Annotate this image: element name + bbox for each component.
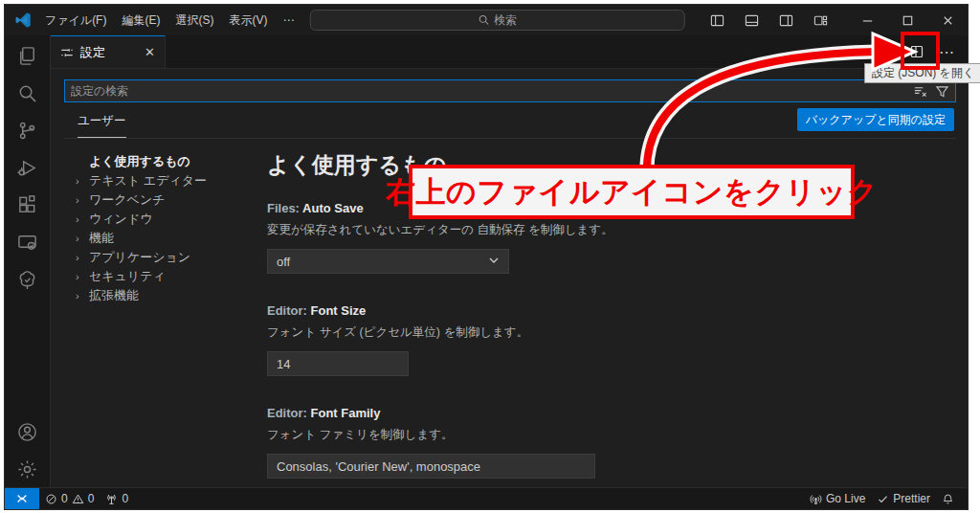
toc-item-application[interactable]: ›アプリケーション bbox=[76, 248, 254, 267]
vscode-window: ファイル(F) 編集(E) 選択(S) 表示(V) ⋯ 検索 bbox=[4, 4, 969, 510]
setting-name: Auto Save bbox=[302, 201, 364, 215]
toc-item-commonly-used[interactable]: よく使用するもの bbox=[76, 152, 254, 171]
menu-view[interactable]: 表示(V) bbox=[221, 10, 275, 31]
annotation-highlight-frame bbox=[901, 32, 940, 70]
setting-label: Editor: Font Family bbox=[267, 406, 948, 420]
search-sidebar-icon[interactable] bbox=[15, 80, 40, 105]
toc-item-window[interactable]: ›ウィンドウ bbox=[76, 210, 254, 229]
ports-count: 0 bbox=[122, 492, 128, 505]
menu-file[interactable]: ファイル(F) bbox=[37, 10, 114, 31]
toc-label: 機能 bbox=[89, 230, 114, 247]
status-bar-right: Go Live Prettier bbox=[804, 488, 968, 509]
command-center-search[interactable]: 検索 bbox=[310, 10, 685, 31]
settings-search-bar bbox=[64, 79, 956, 102]
title-bar: ファイル(F) 編集(E) 選択(S) 表示(V) ⋯ 検索 bbox=[5, 5, 968, 35]
remote-icon bbox=[15, 492, 29, 505]
bell-icon bbox=[942, 493, 954, 505]
toc-label: アプリケーション bbox=[89, 249, 190, 266]
toc-label: ワークベンチ bbox=[89, 191, 166, 209]
vscode-logo-icon bbox=[14, 11, 32, 29]
source-control-icon[interactable] bbox=[15, 118, 40, 143]
setting-description: フォント ファミリを制御します。 bbox=[267, 427, 948, 443]
setting-editor-font-size: Editor: Font Size フォント サイズ (ピクセル単位) を制御し… bbox=[267, 303, 948, 376]
tree-check-icon[interactable] bbox=[15, 267, 40, 292]
toc-item-text-editor[interactable]: ›テキスト エディター bbox=[76, 171, 254, 190]
ports-indicator[interactable]: 0 bbox=[100, 488, 134, 509]
chevron-right-icon: › bbox=[76, 194, 85, 206]
search-icon bbox=[478, 14, 489, 26]
chevron-right-icon: › bbox=[76, 175, 85, 187]
problems-indicator[interactable]: 0 0 bbox=[39, 488, 100, 509]
customize-layout-icon[interactable] bbox=[807, 7, 834, 33]
account-icon[interactable] bbox=[15, 419, 40, 444]
broadcast-tower-icon bbox=[105, 493, 118, 505]
settings-search-icons bbox=[913, 84, 949, 99]
menu-overflow[interactable]: ⋯ bbox=[275, 10, 301, 31]
tab-label: 設定 bbox=[80, 44, 105, 61]
prettier-label: Prettier bbox=[893, 492, 930, 505]
remote-indicator[interactable] bbox=[5, 488, 39, 509]
font-size-input[interactable]: 14 bbox=[267, 351, 409, 376]
main-row: 設定 ✕ ⋯ bbox=[5, 35, 968, 487]
editor-column: 設定 ✕ ⋯ bbox=[51, 35, 968, 487]
setting-label: Editor: Font Size bbox=[267, 303, 948, 318]
toggle-panel-icon[interactable] bbox=[738, 7, 765, 33]
settings-gear-icon[interactable] bbox=[15, 457, 40, 481]
go-live-icon bbox=[810, 493, 822, 505]
setting-category: Editor: bbox=[267, 303, 307, 318]
auto-save-select[interactable]: off bbox=[267, 249, 509, 274]
setting-category: Files: bbox=[267, 201, 300, 215]
explorer-icon[interactable] bbox=[15, 43, 40, 68]
toc-item-workbench[interactable]: ›ワークベンチ bbox=[76, 190, 254, 210]
toggle-secondary-sidebar-icon[interactable] bbox=[772, 7, 799, 33]
toc-label: よく使用するもの bbox=[89, 153, 190, 170]
menu-selection[interactable]: 選択(S) bbox=[167, 10, 221, 31]
backup-sync-button[interactable]: バックアップと同期の設定 bbox=[797, 108, 954, 131]
chevron-right-icon: › bbox=[76, 271, 85, 282]
screenshot-stage: ファイル(F) 編集(E) 選択(S) 表示(V) ⋯ 検索 bbox=[0, 0, 980, 513]
toc-label: テキスト エディター bbox=[89, 172, 207, 190]
toc-item-features[interactable]: ›機能 bbox=[76, 229, 254, 248]
status-bar: 0 0 0 Go Live Prettier bbox=[5, 487, 968, 509]
tab-close-icon[interactable]: ✕ bbox=[145, 45, 155, 59]
menu-edit[interactable]: 編集(E) bbox=[114, 10, 167, 31]
layout-controls bbox=[703, 7, 834, 33]
check-icon bbox=[877, 493, 889, 505]
auto-save-value: off bbox=[277, 255, 290, 269]
chevron-down-icon bbox=[488, 255, 500, 269]
toc-item-security[interactable]: ›セキュリティ bbox=[76, 267, 254, 286]
prettier-button[interactable]: Prettier bbox=[871, 488, 936, 509]
chevron-right-icon: › bbox=[76, 252, 85, 263]
settings-search-input[interactable] bbox=[71, 84, 913, 98]
chevron-right-icon: › bbox=[76, 233, 85, 244]
font-family-input[interactable]: Consolas, 'Courier New', monospace bbox=[267, 454, 595, 479]
setting-editor-font-family: Editor: Font Family フォント ファミリを制御します。 Con… bbox=[267, 406, 948, 479]
setting-description: フォント サイズ (ピクセル単位) を制御します。 bbox=[267, 324, 948, 341]
tab-settings[interactable]: 設定 ✕ bbox=[51, 35, 166, 68]
toc-item-extensions[interactable]: ›拡張機能 bbox=[76, 286, 254, 305]
chevron-right-icon: › bbox=[76, 213, 85, 225]
filter-icon[interactable] bbox=[935, 84, 949, 99]
warnings-icon bbox=[72, 493, 84, 505]
warnings-count: 0 bbox=[88, 492, 95, 505]
annotation-text: 右上のファイルアイコンをクリック bbox=[386, 172, 878, 212]
run-debug-icon[interactable] bbox=[15, 155, 40, 180]
extensions-icon[interactable] bbox=[15, 192, 40, 217]
remote-explorer-icon[interactable] bbox=[15, 230, 40, 255]
clear-filters-icon[interactable] bbox=[913, 84, 927, 99]
toggle-sidebar-icon[interactable] bbox=[703, 7, 730, 33]
setting-name: Font Family bbox=[311, 406, 381, 420]
setting-category: Editor: bbox=[267, 406, 307, 420]
setting-description: 変更が保存されていないエディターの 自動保存 を制御します。 bbox=[267, 222, 948, 238]
toc-label: セキュリティ bbox=[89, 268, 166, 285]
annotation-callout: 右上のファイルアイコンをクリック bbox=[409, 165, 855, 219]
errors-count: 0 bbox=[61, 492, 68, 505]
go-live-button[interactable]: Go Live bbox=[804, 488, 871, 509]
notifications-bell[interactable] bbox=[936, 488, 960, 509]
scope-tab-user[interactable]: ユーザー bbox=[78, 113, 126, 138]
tab-bar: 設定 ✕ ⋯ bbox=[51, 35, 968, 69]
more-actions-icon[interactable]: ⋯ bbox=[939, 43, 954, 61]
minimize-button[interactable] bbox=[847, 5, 887, 35]
settings-editor: ユーザー バックアップと同期の設定 よく使用するもの ›テキスト エディター ›… bbox=[51, 69, 968, 487]
setting-name: Font Size bbox=[311, 303, 367, 318]
